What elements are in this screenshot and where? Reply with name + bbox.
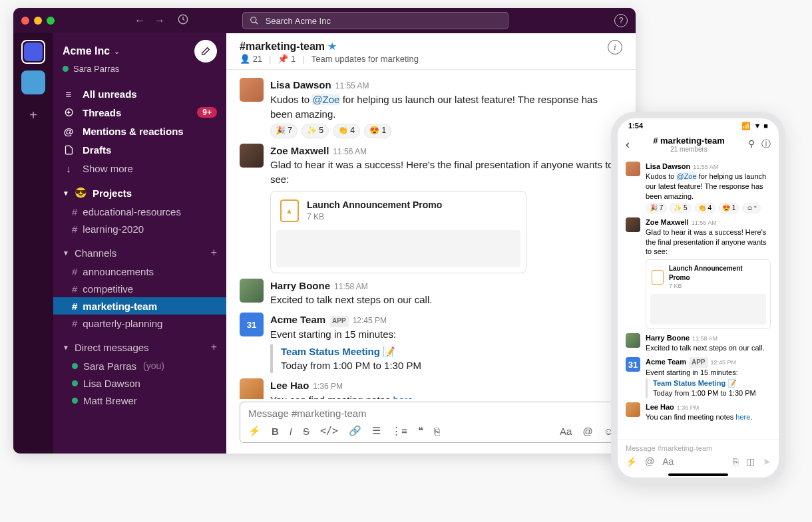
channel-topic[interactable]: Team updates for marketing [311,54,419,64]
file-attachment[interactable]: Launch Announcement Promo7 KB [270,191,526,273]
home-indicator[interactable] [668,473,728,476]
avatar[interactable] [626,333,640,348]
avatar[interactable] [240,78,264,102]
channel-item[interactable]: #learning-2020 [53,220,226,237]
workspace-header[interactable]: Acme Inc ⌄ [53,33,226,64]
star-icon[interactable]: ★ [327,41,337,52]
close-window-icon[interactable] [21,17,29,25]
link[interactable]: here [735,413,750,421]
strikethrough-icon[interactable]: S [303,426,309,437]
workspace-switcher-item[interactable] [21,70,45,94]
message[interactable]: 31 Acme TeamAPP12:45 PM Event starting i… [226,310,636,376]
event-attachment[interactable]: Team Status Meeting 📝Today from 1:00 PM … [270,344,622,374]
history-icon[interactable] [177,13,189,28]
message-list[interactable]: Lisa Dawson11:55 AM Kudos to @Zoe for he… [226,70,636,399]
event-attachment[interactable]: Team Status Meeting 📝Today from 1:00 PM … [646,378,771,398]
format-icon[interactable]: Aa [560,426,572,437]
reaction[interactable]: 🎉 7 [270,124,298,138]
user-presence[interactable]: Sara Parras [53,64,226,82]
mobile-composer-input[interactable]: Message #marketing-team [626,444,771,452]
avatar[interactable] [240,144,264,168]
code-block-icon[interactable]: ⎘ [434,426,440,437]
avatar[interactable] [626,162,640,176]
message[interactable]: Lee Hao1:36 PM You can find meeting note… [226,376,636,399]
code-icon[interactable]: </> [320,425,338,437]
mention-icon[interactable]: @ [582,426,592,437]
ordered-list-icon[interactable]: ☰ [372,425,381,437]
section-projects[interactable]: ▼😎Projects [53,183,226,203]
avatar[interactable]: 31 [240,313,264,336]
reaction[interactable]: ✨ 5 [302,124,329,138]
maximize-window-icon[interactable] [47,17,55,25]
message-composer[interactable]: ⚡ B I S </> 🔗 ☰ ⋮≡ ❝ ⎘ Aa @ ☺ [240,402,622,443]
shortcuts-icon[interactable]: ⚡ [626,456,637,467]
add-workspace-button[interactable]: + [29,108,37,123]
channel-info-button[interactable]: i [608,40,622,55]
search-input[interactable]: Search Acme Inc [242,12,508,29]
shortcuts-icon[interactable]: ⚡ [248,425,261,437]
bold-icon[interactable]: B [272,426,279,437]
event-title[interactable]: Team Status Meeting 📝 [281,344,622,359]
send-icon[interactable]: ➤ [763,456,771,467]
message[interactable]: Lisa Dawson11:55 AM Kudos to @Zoe for he… [618,160,779,215]
member-count[interactable]: 👤 21 [240,54,262,64]
composer-input[interactable] [248,408,614,419]
blockquote-icon[interactable]: ❝ [418,425,423,437]
avatar[interactable] [626,402,640,417]
mention-icon[interactable]: @ [645,456,654,467]
forward-button[interactable]: → [154,15,165,27]
channel-item-active[interactable]: #marketing-team [53,297,226,315]
avatar[interactable]: 31 [626,357,640,372]
channel-title[interactable]: #marketing-team [240,41,325,52]
camera-icon[interactable]: ◫ [746,456,755,467]
info-icon[interactable]: ⓘ [761,138,771,150]
bullet-list-icon[interactable]: ⋮≡ [391,425,407,437]
message[interactable]: Zoe Maxwell11:56 AM Glad to hear it was … [618,215,779,332]
message[interactable]: Lisa Dawson11:55 AM Kudos to @Zoe for he… [226,75,636,141]
nav-all-unreads[interactable]: ≡All unreads [53,84,226,103]
dm-item[interactable]: Sara Parras(you) [53,357,226,374]
nav-mentions[interactable]: @Mentions & reactions [53,122,226,140]
mobile-composer[interactable]: Message #marketing-team ⚡ @ Aa ⎘ ◫ ➤ [618,440,779,471]
message[interactable]: 31 Acme TeamAPP12:45 PM Event starting i… [618,355,779,400]
italic-icon[interactable]: I [290,426,292,437]
compose-button[interactable] [194,40,217,63]
mention[interactable]: @Zoe [312,94,339,105]
avatar[interactable] [240,378,264,399]
message[interactable]: Harry Boone11:58 AM Excited to talk next… [618,331,779,355]
message-author[interactable]: Lisa Dawson [646,162,690,172]
nav-show-more[interactable]: ↓Show more [53,159,226,178]
message[interactable]: Zoe Maxwell11:56 AM Glad to hear it was … [226,141,636,276]
message-author[interactable]: Lee Hao [646,402,674,412]
dm-item[interactable]: Lisa Dawson [53,374,226,392]
message-author[interactable]: Lee Hao [270,378,309,393]
message-author[interactable]: Zoe Maxwell [646,217,689,227]
message-author[interactable]: Harry Boone [270,279,330,293]
add-channel-button[interactable]: + [211,247,217,259]
add-dm-button[interactable]: + [211,341,217,353]
link[interactable]: here [393,394,413,399]
reaction[interactable]: 😍 1 [718,203,739,213]
reaction[interactable]: 👏 4 [694,203,715,213]
message-author[interactable]: Zoe Maxwell [270,144,329,158]
message-author[interactable]: Lisa Dawson [270,78,331,92]
channel-item[interactable]: #competitive [53,280,226,297]
avatar[interactable] [626,217,640,232]
avatar[interactable] [240,279,264,303]
message-author[interactable]: Harry Boone [646,333,690,343]
message-author[interactable]: Acme Team [646,357,686,367]
channel-item[interactable]: #quarterly-planning [53,315,226,332]
help-icon[interactable]: ? [614,14,628,27]
message[interactable]: Lee Hao1:36 PM You can find meeting note… [618,400,779,424]
back-button[interactable]: ← [134,15,145,27]
format-icon[interactable]: Aa [662,456,674,467]
channel-item[interactable]: #announcements [53,263,226,280]
reaction[interactable]: ✨ 5 [670,203,691,213]
add-reaction-button[interactable]: ☺⁺ [742,203,760,213]
mobile-channel-title[interactable]: # marketing-team [630,136,748,146]
link-icon[interactable]: 🔗 [349,425,361,437]
channel-item[interactable]: #educational-resources [53,203,226,220]
reaction[interactable]: 😍 1 [364,124,391,138]
nav-threads[interactable]: Threads9+ [53,103,226,122]
section-channels[interactable]: ▼Channels+ [53,243,226,263]
